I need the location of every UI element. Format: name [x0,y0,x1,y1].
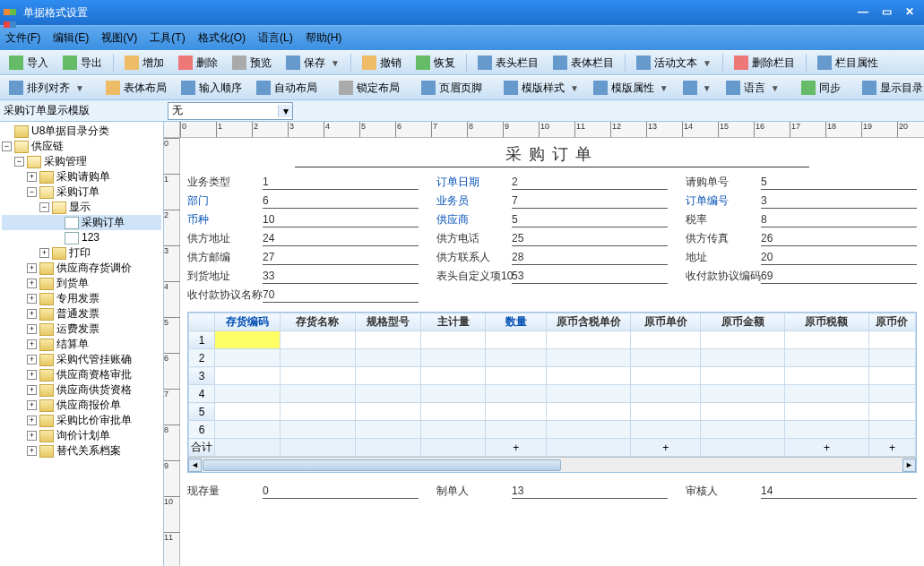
form-field-供方传真[interactable]: 供方传真26 [686,231,917,246]
table-row[interactable]: 6 [189,421,916,439]
form-field-供方联系人[interactable]: 供方联系人28 [436,250,668,265]
scroll-thumb[interactable] [203,459,561,471]
field-value[interactable]: 28 [512,251,668,265]
template-combo[interactable]: 无 ▾ [168,102,293,120]
tree-toggle[interactable]: + [27,416,37,425]
tree-item[interactable]: +供应商供货资格 [2,382,161,398]
form-field-地址[interactable]: 地址20 [686,250,917,265]
toolbar-btn-模版属性[interactable]: 模版属性▼ [588,79,674,98]
field-value[interactable]: 69 [761,270,917,284]
combo-arrow-icon[interactable]: ▾ [278,105,292,117]
tree-purchase-mgmt[interactable]: −采购管理 [2,154,161,169]
form-field-到货地址[interactable]: 到货地址33 [187,269,419,284]
menu-item-2[interactable]: 视图(V) [101,30,137,46]
toolbar-btn-dd[interactable]: ▼ [678,79,717,97]
toolbar-btn-同步[interactable]: 同步 [796,79,846,98]
tree-display[interactable]: −显示 [2,200,161,215]
toolbar-btn-活动文本[interactable]: 活动文本▼ [631,54,717,73]
tree-item[interactable]: +采购代管挂账确 [2,352,161,367]
field-value[interactable]: 5 [512,213,668,227]
form-field-收付款协议编码[interactable]: 收付款协议编码69 [686,269,917,284]
tree-item[interactable]: +询价计划单 [2,428,161,443]
field-value[interactable]: 33 [263,270,419,284]
toolbar-btn-导入[interactable]: 导入 [4,54,54,73]
toolbar-btn-锁定布局[interactable]: 锁定布局 [333,79,405,98]
field-value[interactable]: 5 [761,176,917,190]
field-value[interactable]: 53 [512,270,668,284]
form-field-供应商[interactable]: 供应商5 [436,212,668,227]
tree-toggle[interactable]: + [27,355,37,364]
toolbar-btn-栏目属性[interactable]: 栏目属性 [812,54,884,73]
tree-item[interactable]: +采购请购单 [2,169,161,184]
form-field-收付款协议名称[interactable]: 收付款协议名称70 [187,287,419,303]
form-field-业务员[interactable]: 业务员7 [436,193,668,209]
tree-toggle[interactable]: + [27,294,37,304]
grid-horizontal-scrollbar[interactable]: ◄ ► [188,457,916,472]
col-header[interactable]: 规格型号 [355,313,420,331]
tree-item[interactable]: +供应商报价单 [2,398,161,413]
col-header[interactable]: 主计量 [420,313,486,331]
toolbar-btn-表体布局[interactable]: 表体布局 [100,79,172,98]
tree-item[interactable]: +替代关系档案 [2,443,161,459]
tree-toggle[interactable]: − [39,202,49,212]
col-header[interactable]: 原币金额 [701,313,785,331]
form-field-供方地址[interactable]: 供方地址24 [187,231,419,246]
tree-display-123[interactable]: 123 [2,230,161,245]
col-header[interactable]: 原币价 [868,313,915,331]
menu-item-0[interactable]: 文件(F) [5,30,40,46]
table-row[interactable]: 5 [189,403,916,421]
toolbar-btn-输入顺序[interactable]: 输入顺序 [176,79,247,98]
form-field-请购单号[interactable]: 请购单号5 [686,175,917,190]
tree-toggle[interactable]: + [27,431,37,441]
table-row[interactable]: 2 [189,349,916,367]
form-field-税率[interactable]: 税率8 [686,212,917,227]
toolbar-btn-删除栏目[interactable]: 删除栏目 [729,54,800,73]
col-header[interactable]: 原币单价 [631,313,701,331]
tree-item[interactable]: +结算单 [2,337,161,352]
toolbar-btn-恢复[interactable]: 恢复 [410,54,461,73]
tree-print[interactable]: +打印 [2,245,161,261]
menu-item-5[interactable]: 语言(L) [258,30,293,46]
tree-item[interactable]: +普通发票 [2,306,161,322]
lower-field-制单人[interactable]: 制单人13 [436,484,668,499]
field-value[interactable]: 20 [761,251,917,265]
tree-item[interactable]: +供应商存货调价 [2,261,161,276]
form-field-供方电话[interactable]: 供方电话25 [436,231,668,246]
toolbar-btn-表体栏目[interactable]: 表体栏目 [548,54,619,73]
menu-item-1[interactable]: 编辑(E) [53,30,89,46]
tree-display-template[interactable]: 采购订单 [2,215,161,230]
scroll-right-icon[interactable]: ► [902,459,916,472]
tree-toggle[interactable]: + [27,385,37,395]
field-value[interactable]: 2 [512,176,668,190]
tree-item[interactable]: +供应商资格审批 [2,367,161,382]
form-field-部门[interactable]: 部门6 [187,193,419,209]
table-row[interactable]: 3 [189,367,916,385]
lower-field-审核人[interactable]: 审核人14 [686,484,917,499]
toolbar-btn-撤销[interactable]: 撤销 [357,54,407,73]
tree-root[interactable]: U8单据目录分类 [2,124,161,139]
scroll-left-icon[interactable]: ◄ [188,459,202,472]
field-value[interactable]: 7 [512,194,668,209]
toolbar-btn-导出[interactable]: 导出 [57,54,108,73]
form-field-订单日期[interactable]: 订单日期2 [436,175,668,190]
toolbar-btn-预览[interactable]: 预览 [227,54,277,73]
menu-item-6[interactable]: 帮助(H) [306,30,342,46]
table-row[interactable]: 1 [189,331,916,349]
toolbar-btn-显示目录[interactable]: 显示目录 [857,79,924,98]
menu-item-4[interactable]: 格式化(O) [198,30,246,46]
col-header[interactable]: 数量 [486,313,547,331]
menu-item-3[interactable]: 工具(T) [150,30,185,46]
form-field-业务类型[interactable]: 业务类型1 [187,175,419,190]
tree-toggle[interactable]: + [27,339,37,349]
toolbar-btn-语言[interactable]: 语言▼ [721,79,785,98]
col-header[interactable]: 存货名称 [281,313,355,331]
lower-field-现存量[interactable]: 现存量0 [187,484,419,499]
toolbar-btn-页眉页脚[interactable]: 页眉页脚 [416,79,488,98]
form-field-表头自定义项10[interactable]: 表头自定义项1053 [436,269,668,284]
tree-toggle[interactable]: + [27,370,37,380]
form-field-供方邮编[interactable]: 供方邮编27 [187,250,419,265]
field-value[interactable]: 27 [263,251,419,265]
toolbar-btn-模版样式[interactable]: 模版样式▼ [498,79,584,98]
form-field-币种[interactable]: 币种10 [187,212,419,227]
detail-grid[interactable]: 存货编码存货名称规格型号主计量数量原币含税单价原币单价原币金额原币税额原币价 1… [187,312,917,473]
